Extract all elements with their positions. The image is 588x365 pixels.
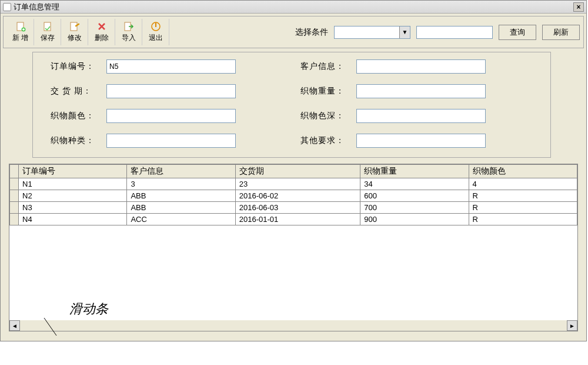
close-icon: ×	[576, 4, 580, 11]
table-row[interactable]: N3ABB2016-06-03700R	[10, 202, 577, 214]
modify-icon	[69, 21, 81, 32]
color-input[interactable]	[106, 109, 236, 123]
order-no-input[interactable]	[106, 59, 236, 74]
cell-color[interactable]: R	[469, 214, 577, 225]
cell-delivery[interactable]: 2016-06-02	[235, 190, 360, 202]
table-row[interactable]: N1323344	[10, 178, 577, 190]
exit-button[interactable]: 退出	[142, 19, 169, 45]
modify-label: 修改	[68, 33, 82, 43]
delete-icon	[96, 21, 108, 32]
filter-area: 选择条件 ▼ 查询 刷新	[295, 25, 580, 40]
order-table: 订单编号 客户信息 交货期 织物重量 织物颜色 N1323344N2ABB201…	[9, 164, 577, 225]
cell-weight[interactable]: 34	[360, 178, 469, 190]
cell-customer[interactable]: 3	[127, 178, 235, 190]
cell-delivery[interactable]: 23	[235, 178, 360, 190]
scroll-track[interactable]	[20, 320, 567, 331]
cell-weight[interactable]: 900	[360, 214, 469, 225]
cell-customer[interactable]: ACC	[127, 214, 235, 225]
row-header-cell	[10, 178, 19, 190]
type-row: 织物种类：	[51, 134, 283, 148]
modify-button[interactable]: 修改	[61, 19, 88, 45]
app-window: 订单信息管理 × 新 增 保存 修改 删除	[0, 0, 587, 341]
color-label: 织物颜色：	[51, 111, 106, 121]
document-icon	[3, 3, 11, 11]
close-button[interactable]: ×	[573, 2, 584, 12]
order-no-label: 订单编号：	[51, 61, 106, 72]
customer-row: 客户信息：	[300, 59, 533, 74]
chevron-down-icon: ▼	[399, 26, 410, 38]
horizontal-scrollbar[interactable]: ◄ ►	[9, 320, 577, 331]
exit-icon	[150, 21, 162, 32]
delivery-row: 交 货 期：	[51, 84, 283, 98]
order-no-row: 订单编号：	[51, 59, 283, 74]
cell-color[interactable]: 4	[469, 178, 577, 190]
add-button[interactable]: 新 增	[7, 19, 34, 45]
cell-order_no[interactable]: N4	[19, 214, 127, 225]
table-header-row: 订单编号 客户信息 交货期 织物重量 织物颜色	[10, 165, 577, 178]
col-order-no[interactable]: 订单编号	[19, 165, 127, 178]
query-button[interactable]: 查询	[499, 25, 536, 40]
import-icon	[123, 21, 135, 32]
col-color[interactable]: 织物颜色	[469, 165, 577, 178]
filter-combo[interactable]: ▼	[334, 26, 410, 39]
col-delivery[interactable]: 交货期	[235, 165, 360, 178]
delivery-input[interactable]	[106, 84, 236, 98]
depth-input[interactable]	[356, 109, 486, 123]
delete-button[interactable]: 删除	[88, 19, 115, 45]
toolbar: 新 增 保存 修改 删除 导入	[3, 16, 584, 48]
row-header-cell	[10, 202, 19, 214]
other-input[interactable]	[356, 134, 486, 148]
type-label: 织物种类：	[51, 135, 106, 146]
cell-customer[interactable]: ABB	[127, 202, 235, 214]
col-weight[interactable]: 织物重量	[360, 165, 469, 178]
cell-color[interactable]: R	[469, 190, 577, 202]
titlebar: 订单信息管理 ×	[1, 1, 586, 14]
weight-input[interactable]	[356, 84, 486, 98]
delivery-label: 交 货 期：	[51, 86, 106, 97]
cell-weight[interactable]: 600	[360, 190, 469, 202]
annotation-label: 滑动条	[69, 300, 108, 318]
table-row[interactable]: N4ACC2016-01-01900R	[10, 214, 577, 225]
color-row: 织物颜色：	[51, 109, 283, 123]
save-icon	[42, 21, 54, 32]
filter-input[interactable]	[416, 26, 493, 39]
filter-label: 选择条件	[295, 27, 328, 38]
import-button[interactable]: 导入	[115, 19, 142, 45]
depth-label: 织物色深：	[300, 111, 356, 121]
save-button[interactable]: 保存	[34, 19, 61, 45]
table-row[interactable]: N2ABB2016-06-02600R	[10, 190, 577, 202]
customer-label: 客户信息：	[300, 61, 356, 72]
save-label: 保存	[41, 33, 55, 43]
col-customer[interactable]: 客户信息	[127, 165, 235, 178]
other-row: 其他要求：	[300, 134, 533, 148]
weight-label: 织物重量：	[300, 86, 356, 97]
import-label: 导入	[122, 33, 136, 43]
cell-order_no[interactable]: N1	[19, 178, 127, 190]
row-header-corner	[10, 165, 19, 178]
cell-order_no[interactable]: N3	[19, 202, 127, 214]
row-header-cell	[10, 214, 19, 225]
customer-input[interactable]	[356, 59, 486, 74]
cell-delivery[interactable]: 2016-01-01	[235, 214, 360, 225]
row-header-cell	[10, 190, 19, 202]
scroll-left-button[interactable]: ◄	[9, 320, 20, 331]
form-panel: 订单编号： 客户信息： 交 货 期： 织物重量： 织物颜色： 织物色深： 织物种…	[32, 52, 551, 158]
cell-order_no[interactable]: N2	[19, 190, 127, 202]
cell-color[interactable]: R	[469, 202, 577, 214]
add-icon	[15, 21, 26, 32]
window-title: 订单信息管理	[14, 2, 59, 12]
depth-row: 织物色深：	[300, 109, 533, 123]
cell-customer[interactable]: ABB	[127, 190, 235, 202]
weight-row: 织物重量：	[300, 84, 533, 98]
cell-delivery[interactable]: 2016-06-03	[235, 202, 360, 214]
cell-weight[interactable]: 700	[360, 202, 469, 214]
add-label: 新 增	[12, 33, 28, 43]
delete-label: 删除	[95, 33, 109, 43]
other-label: 其他要求：	[300, 135, 356, 146]
refresh-button[interactable]: 刷新	[542, 25, 580, 40]
type-input[interactable]	[106, 134, 236, 148]
scroll-right-button[interactable]: ►	[567, 320, 577, 331]
exit-label: 退出	[149, 33, 163, 43]
